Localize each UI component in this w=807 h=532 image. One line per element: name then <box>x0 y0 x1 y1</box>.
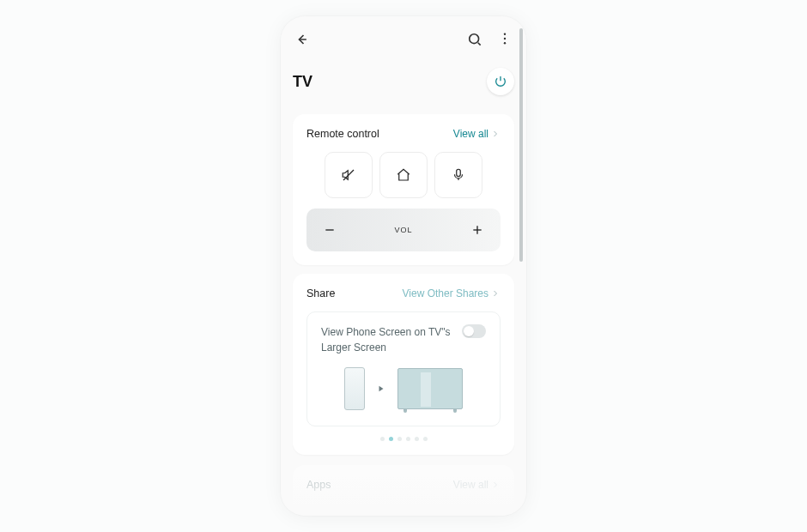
volume-control: VOL <box>306 209 501 251</box>
view-all-apps-label: View all <box>453 479 488 491</box>
back-icon[interactable] <box>293 31 310 48</box>
apps-card: Apps View all <box>293 465 514 505</box>
mic-button[interactable] <box>434 152 482 198</box>
cast-text-line1: View Phone Screen on TV"s <box>321 324 451 340</box>
more-icon[interactable] <box>497 31 514 48</box>
page-dots[interactable] <box>306 437 501 441</box>
svg-point-1 <box>504 33 506 35</box>
volume-down[interactable] <box>322 222 337 238</box>
remote-card: Remote control View all VOL <box>293 114 514 265</box>
share-title: Share <box>306 287 335 299</box>
svg-rect-4 <box>457 169 461 176</box>
play-icon <box>377 384 385 393</box>
home-button[interactable] <box>379 152 428 198</box>
home-icon <box>396 167 411 183</box>
power-button[interactable] <box>487 68 514 95</box>
mute-button[interactable] <box>325 152 373 198</box>
search-icon[interactable] <box>466 31 483 48</box>
tv-illustration <box>397 368 463 409</box>
mute-icon <box>341 167 356 183</box>
view-other-shares-label: View Other Shares <box>403 287 489 299</box>
cast-text-line2: Larger Screen <box>321 340 451 355</box>
phone-illustration <box>344 367 365 410</box>
cast-card: View Phone Screen on TV"s Larger Screen <box>306 311 501 426</box>
view-all-remote-label: View all <box>453 128 488 140</box>
mic-icon <box>451 167 466 183</box>
volume-label: VOL <box>394 226 412 234</box>
scrollbar[interactable] <box>519 28 523 262</box>
svg-point-3 <box>504 42 506 44</box>
view-other-shares[interactable]: View Other Shares <box>403 287 501 299</box>
share-card: Share View Other Shares View Phone Scree… <box>293 274 514 455</box>
svg-point-2 <box>504 38 506 39</box>
svg-point-0 <box>470 34 479 44</box>
cast-toggle[interactable] <box>462 324 486 338</box>
remote-title: Remote control <box>306 128 379 140</box>
status-bar <box>293 28 514 51</box>
apps-title: Apps <box>306 479 331 491</box>
phone-frame: TV Remote control View all <box>281 16 526 516</box>
cast-illustration <box>321 367 486 410</box>
view-all-remote[interactable]: View all <box>453 128 501 140</box>
page-title: TV <box>293 73 312 91</box>
volume-up[interactable] <box>470 222 485 238</box>
view-all-apps[interactable]: View all <box>453 479 501 491</box>
